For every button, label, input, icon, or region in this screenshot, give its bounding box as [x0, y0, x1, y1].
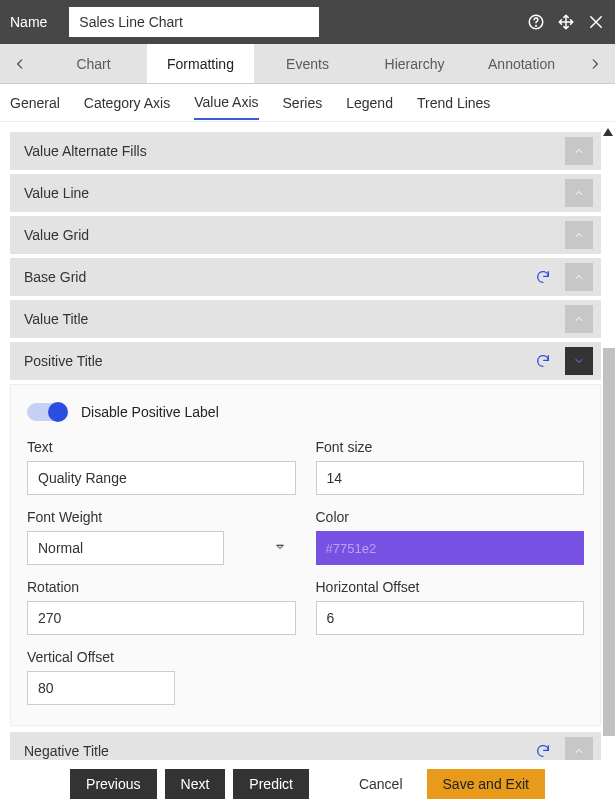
- section-value-grid[interactable]: Value Grid: [10, 216, 601, 254]
- chevron-up-icon: [565, 263, 593, 291]
- rotation-label: Rotation: [27, 579, 296, 595]
- name-input[interactable]: [69, 7, 319, 37]
- chevron-down-icon: [565, 347, 593, 375]
- refresh-icon[interactable]: [535, 353, 551, 369]
- help-icon[interactable]: [527, 13, 545, 31]
- tab-scroll-left[interactable]: [0, 44, 40, 83]
- chevron-up-icon: [565, 221, 593, 249]
- chevron-up-icon: [565, 179, 593, 207]
- tab-annotation[interactable]: Annotation: [468, 44, 575, 83]
- color-input[interactable]: #7751e2: [316, 531, 585, 565]
- tab-chart[interactable]: Chart: [40, 44, 147, 83]
- scrollbar-thumb[interactable]: [603, 348, 615, 736]
- horizontal-offset-input[interactable]: [316, 601, 585, 635]
- subtab-general[interactable]: General: [10, 87, 60, 119]
- save-and-exit-button[interactable]: Save and Exit: [427, 769, 545, 799]
- cancel-button[interactable]: Cancel: [343, 769, 419, 799]
- horizontal-offset-label: Horizontal Offset: [316, 579, 585, 595]
- name-label: Name: [10, 14, 47, 30]
- refresh-icon[interactable]: [535, 743, 551, 759]
- section-negative-title[interactable]: Negative Title: [10, 732, 601, 760]
- previous-button[interactable]: Previous: [70, 769, 156, 799]
- tab-hierarchy[interactable]: Hierarchy: [361, 44, 468, 83]
- rotation-input[interactable]: [27, 601, 296, 635]
- subtab-value-axis[interactable]: Value Axis: [194, 86, 258, 120]
- font-weight-label: Font Weight: [27, 509, 296, 525]
- content-scroll-area: Value Alternate Fills Value Line Value G…: [0, 122, 615, 760]
- top-tab-bar: Chart Formatting Events Hierarchy Annota…: [0, 44, 615, 84]
- text-input[interactable]: [27, 461, 296, 495]
- tab-events[interactable]: Events: [254, 44, 361, 83]
- caret-down-icon: [274, 540, 286, 556]
- chevron-up-icon: [565, 137, 593, 165]
- disable-positive-label-toggle[interactable]: [27, 403, 67, 421]
- section-positive-title[interactable]: Positive Title: [10, 342, 601, 380]
- toggle-label: Disable Positive Label: [81, 404, 219, 420]
- close-icon[interactable]: [587, 13, 605, 31]
- section-base-grid[interactable]: Base Grid: [10, 258, 601, 296]
- chevron-up-icon: [565, 737, 593, 760]
- vertical-offset-label: Vertical Offset: [27, 649, 296, 665]
- text-label: Text: [27, 439, 296, 455]
- font-size-input[interactable]: [316, 461, 585, 495]
- subtab-legend[interactable]: Legend: [346, 87, 393, 119]
- section-value-alternate-fills[interactable]: Value Alternate Fills: [10, 132, 601, 170]
- color-label: Color: [316, 509, 585, 525]
- section-value-line[interactable]: Value Line: [10, 174, 601, 212]
- font-size-label: Font size: [316, 439, 585, 455]
- chevron-up-icon: [565, 305, 593, 333]
- sub-tab-bar: General Category Axis Value Axis Series …: [0, 84, 615, 122]
- predict-button[interactable]: Predict: [233, 769, 309, 799]
- move-icon[interactable]: [557, 13, 575, 31]
- refresh-icon[interactable]: [535, 269, 551, 285]
- dialog-footer: Previous Next Predict Cancel Save and Ex…: [0, 760, 615, 808]
- section-value-title[interactable]: Value Title: [10, 300, 601, 338]
- tab-scroll-right[interactable]: [575, 44, 615, 83]
- positive-title-panel: Disable Positive Label Text Font size Fo…: [10, 384, 601, 726]
- font-weight-select[interactable]: [27, 531, 224, 565]
- svg-point-1: [536, 25, 537, 26]
- subtab-trend-lines[interactable]: Trend Lines: [417, 87, 490, 119]
- next-button[interactable]: Next: [165, 769, 226, 799]
- vertical-offset-input[interactable]: [27, 671, 175, 705]
- subtab-category-axis[interactable]: Category Axis: [84, 87, 170, 119]
- toggle-knob: [48, 402, 68, 422]
- dialog-header: Name: [0, 0, 615, 44]
- subtab-series[interactable]: Series: [283, 87, 323, 119]
- tab-formatting[interactable]: Formatting: [147, 44, 254, 83]
- scroll-up-indicator[interactable]: [603, 128, 613, 136]
